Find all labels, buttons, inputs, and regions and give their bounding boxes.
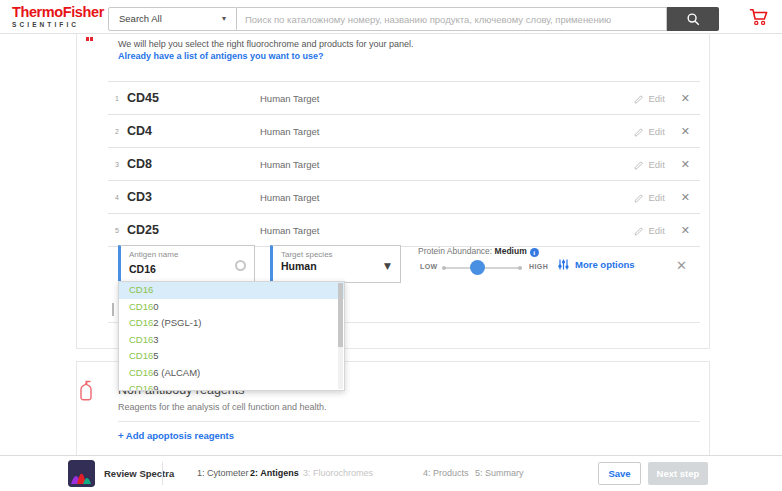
antigen-name: CD25 <box>127 223 260 237</box>
remove-antigen-button[interactable]: ✕ <box>681 192 690 203</box>
cart-button[interactable] <box>746 7 772 29</box>
antigen-suggestion-dropdown: CD16 CD160 CD162 (PSGL-1) CD163 CD165 CD… <box>118 281 345 391</box>
antigen-row: 5 CD25 Human Target Edit ✕ <box>108 214 700 247</box>
abundance-slider-thumb[interactable] <box>470 260 485 275</box>
antigen-name-field-label: Antigen name <box>129 250 248 259</box>
info-icon[interactable]: i <box>530 248 539 257</box>
more-options-button[interactable]: More options <box>557 258 635 271</box>
suggestion-item[interactable]: CD165 <box>119 348 344 365</box>
row-number: 2 <box>108 128 127 135</box>
clear-input-icon[interactable] <box>235 260 246 271</box>
protein-abundance-label: Protein Abundance: Mediumi <box>418 246 539 257</box>
remove-antigen-button[interactable]: ✕ <box>681 93 690 104</box>
next-step-button[interactable]: Next step <box>648 462 708 485</box>
search-button[interactable] <box>667 7 719 31</box>
antigen-name-field[interactable]: Antigen name <box>118 245 255 283</box>
abundance-caption: Protein Abundance: <box>418 246 492 256</box>
spectra-icon <box>68 460 95 487</box>
wizard-footer: Review Spectra 1: Cytometer 2: Antigens … <box>0 455 782 491</box>
edit-label: Edit <box>648 93 664 104</box>
edit-label: Edit <box>648 192 664 203</box>
more-options-label: More options <box>575 259 635 270</box>
clipped-red-indicator <box>86 37 89 41</box>
antigen-list: 1 CD45 Human Target Edit ✕ 2 CD4 Human T… <box>108 81 700 247</box>
suggestion-item[interactable]: CD160 <box>119 299 344 316</box>
suggestion-match: CD16 <box>129 334 153 345</box>
antigen-name: CD8 <box>127 157 260 171</box>
antigen-row: 1 CD45 Human Target Edit ✕ <box>108 82 700 115</box>
remove-antigen-button[interactable]: ✕ <box>681 159 690 170</box>
suggestion-item[interactable]: CD163 <box>119 332 344 349</box>
review-spectra-label: Review Spectra <box>104 456 174 491</box>
remove-antigen-button[interactable]: ✕ <box>681 126 690 137</box>
slider-dot-right <box>518 266 522 270</box>
target-species-text: Human Target <box>260 159 633 170</box>
suggestion-rest: 9 <box>153 383 158 391</box>
antigen-row: 2 CD4 Human Target Edit ✕ <box>108 115 700 148</box>
logo-subtitle: SCIENTIFIC <box>12 22 104 29</box>
save-button[interactable]: Save <box>598 462 641 485</box>
suggestion-rest: 6 (ALCAM) <box>153 367 200 378</box>
edit-label: Edit <box>648 126 664 137</box>
search-scope-dropdown[interactable]: Search All ▾ <box>108 7 237 31</box>
edit-label: Edit <box>648 225 664 236</box>
suggestion-rest: 0 <box>153 301 158 312</box>
suggestion-item[interactable]: CD162 (PSGL-1) <box>119 315 344 332</box>
antigen-name-input[interactable] <box>129 263 219 275</box>
suggestion-match: CD16 <box>129 317 153 328</box>
antigen-name: CD4 <box>127 124 260 138</box>
flask-icon <box>80 380 96 405</box>
suggestion-rest: 2 (PSGL-1) <box>153 317 201 328</box>
review-spectra-button[interactable] <box>68 460 95 487</box>
pencil-icon <box>633 93 644 104</box>
remove-antigen-button[interactable]: ✕ <box>681 225 690 236</box>
step-antigens[interactable]: 2: Antigens <box>250 456 299 491</box>
add-apoptosis-reagents-link[interactable]: + Add apoptosis reagents <box>118 430 234 441</box>
intro-text: We will help you select the right fluoro… <box>118 39 414 49</box>
search-input[interactable] <box>237 7 667 31</box>
thermofisher-logo[interactable]: ThermoFisher SCIENTIFIC <box>12 5 104 28</box>
target-species-field-label: Target species <box>281 250 394 259</box>
target-species-text: Human Target <box>260 93 633 104</box>
antigen-row: 4 CD3 Human Target Edit ✕ <box>108 181 700 214</box>
edit-button[interactable]: Edit <box>633 159 664 170</box>
chevron-down-icon[interactable]: ▼ <box>384 261 391 271</box>
suggestion-item[interactable]: CD169 <box>119 381 344 391</box>
target-species-field[interactable]: Target species Human ▼ <box>270 245 401 283</box>
step-cytometer[interactable]: 1: Cytometer <box>197 456 249 491</box>
abundance-value: Medium <box>495 246 527 256</box>
suggestion-item[interactable]: CD16 <box>119 282 344 299</box>
slider-high-label: HIGH <box>529 263 548 270</box>
section-description: Reagents for the analysis of cell functi… <box>118 402 327 412</box>
antigen-row: 3 CD8 Human Target Edit ✕ <box>108 148 700 181</box>
suggestion-match: CD16 <box>129 301 153 312</box>
cart-icon <box>748 7 770 27</box>
edit-button[interactable]: Edit <box>633 192 664 203</box>
edit-button[interactable]: Edit <box>633 93 664 104</box>
footer-divider <box>162 462 163 485</box>
antigen-name: CD45 <box>127 91 260 105</box>
row-number: 1 <box>108 95 127 102</box>
step-summary: 5: Summary <box>475 456 524 491</box>
suggestion-rest: 5 <box>153 350 158 361</box>
panel-designer-page: ThermoFisher SCIENTIFIC Search All ▾ We … <box>0 0 782 491</box>
tune-icon <box>557 258 570 271</box>
row-number: 4 <box>108 194 127 201</box>
suggestion-match: CD16 <box>129 284 153 295</box>
edit-button[interactable]: Edit <box>633 126 664 137</box>
target-species-text: Human Target <box>260 126 633 137</box>
suggestion-item[interactable]: CD166 (ALCAM) <box>119 365 344 382</box>
slider-dot-left <box>442 266 446 270</box>
dropdown-scrollbar-thumb[interactable] <box>338 283 343 347</box>
search-icon <box>686 12 701 27</box>
suggestion-rest: 3 <box>153 334 158 345</box>
pencil-icon <box>633 126 644 137</box>
section-separator <box>118 421 700 422</box>
target-species-text: Human Target <box>260 192 633 203</box>
edit-label: Edit <box>648 159 664 170</box>
suggestion-match: CD16 <box>129 383 153 391</box>
edit-button[interactable]: Edit <box>633 225 664 236</box>
row-number: 5 <box>108 227 127 234</box>
close-editor-button[interactable]: ✕ <box>676 258 687 273</box>
antigen-list-link[interactable]: Already have a list of antigens you want… <box>118 51 324 61</box>
